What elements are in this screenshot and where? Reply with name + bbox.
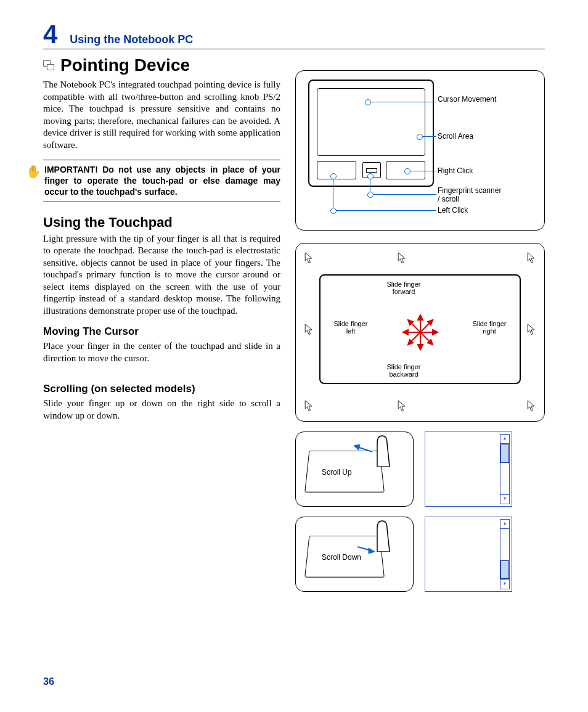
label-left: Slide finger left	[329, 320, 372, 335]
label-forward: Slide finger forward	[382, 280, 425, 295]
svg-marker-5	[403, 330, 408, 335]
label-left-click: Left Click	[438, 207, 505, 215]
cursor-icon	[304, 252, 313, 264]
hand-stop-icon: ✋	[25, 164, 42, 198]
direction-arrows-icon	[402, 314, 439, 351]
callout-line	[407, 171, 436, 171]
cursor-icon	[304, 324, 313, 336]
svg-line-8	[420, 322, 430, 332]
svg-marker-3	[418, 345, 423, 350]
chapter-title: Using the Notebook PC	[70, 33, 193, 46]
finger-icon	[371, 432, 396, 467]
arrow-up-icon	[354, 444, 375, 454]
label-scroll-down: Scroll Down	[322, 553, 361, 562]
important-text: IMPORTANT! Do not use any objects in pla…	[44, 164, 280, 198]
text-column: Pointing Device The Notebook PC's integr…	[43, 53, 280, 592]
svg-line-14	[410, 332, 420, 342]
cursor-icon	[527, 400, 536, 412]
svg-marker-1	[418, 315, 423, 320]
section-heading: Pointing Device	[43, 55, 280, 75]
important-note: ✋ IMPORTANT! Do not use any objects in p…	[43, 160, 280, 202]
scrollbar-thumb	[500, 444, 509, 463]
chapter-header: 4 Using the Notebook PC	[43, 22, 545, 49]
page-number: 36	[43, 676, 54, 687]
using-touchpad-body: Light pressure with the tip of your fing…	[43, 233, 280, 317]
callout-line	[419, 136, 436, 137]
scrollbar-preview-down: ▴ ▾	[425, 517, 512, 592]
cursor-icon	[398, 400, 406, 412]
callout-line	[367, 102, 436, 102]
cursor-icon	[527, 324, 536, 336]
cursor-icon	[304, 400, 313, 412]
svg-marker-19	[369, 548, 375, 554]
scroll-up-figure: Scroll Up	[295, 432, 414, 507]
scrollbar-preview-up: ▴ ▾	[425, 432, 512, 507]
touchpad-surface	[317, 88, 425, 156]
scrolling-heading: Scrolling (on selected models)	[43, 383, 280, 395]
label-fingerprint: Fingerprint scanner / scroll	[438, 187, 505, 204]
scrolling-body: Slide your finger up or down on the righ…	[43, 398, 280, 422]
moving-cursor-heading: Moving The Cursor	[43, 325, 280, 338]
using-touchpad-heading: Using the Touchpad	[43, 215, 280, 231]
svg-line-10	[410, 322, 420, 332]
touchpad-icon	[43, 60, 54, 70]
cursor-icon	[398, 252, 406, 264]
svg-marker-17	[354, 444, 360, 450]
intro-paragraph: The Notebook PC's integrated touchpad po…	[43, 79, 280, 151]
label-cursor-movement: Cursor Movement	[438, 96, 505, 104]
left-button	[317, 161, 356, 179]
svg-marker-7	[433, 330, 438, 335]
cursor-icon	[527, 252, 536, 264]
finger-icon	[371, 517, 396, 552]
callout-line	[370, 194, 436, 195]
label-right-click: Right Click	[438, 167, 505, 176]
scroll-down-button: ▾	[500, 494, 510, 504]
label-scroll-up: Scroll Up	[322, 468, 352, 477]
scrollbar-thumb	[500, 560, 509, 579]
svg-line-16	[357, 447, 372, 452]
section-title: Pointing Device	[60, 55, 190, 75]
label-right: Slide finger right	[468, 320, 511, 335]
label-scroll-area: Scroll Area	[438, 133, 505, 141]
movement-diagram: Slide finger forward Slide finger backwa…	[295, 243, 545, 422]
manual-page: 4 Using the Notebook PC Pointing Device …	[0, 0, 588, 712]
svg-line-12	[420, 332, 430, 342]
moving-cursor-body: Place your finger in the center of the t…	[43, 340, 280, 364]
callout-line	[333, 210, 436, 211]
callout-line	[333, 176, 333, 210]
figure-column: Cursor Movement Scroll Area Right Click …	[295, 53, 545, 592]
touchpad-diagram: Cursor Movement Scroll Area Right Click …	[295, 70, 545, 231]
scroll-down-figure: Scroll Down	[295, 517, 414, 592]
scroll-down-button: ▾	[500, 579, 510, 589]
label-backward: Slide finger backward	[382, 363, 425, 378]
chapter-number: 4	[43, 22, 57, 47]
